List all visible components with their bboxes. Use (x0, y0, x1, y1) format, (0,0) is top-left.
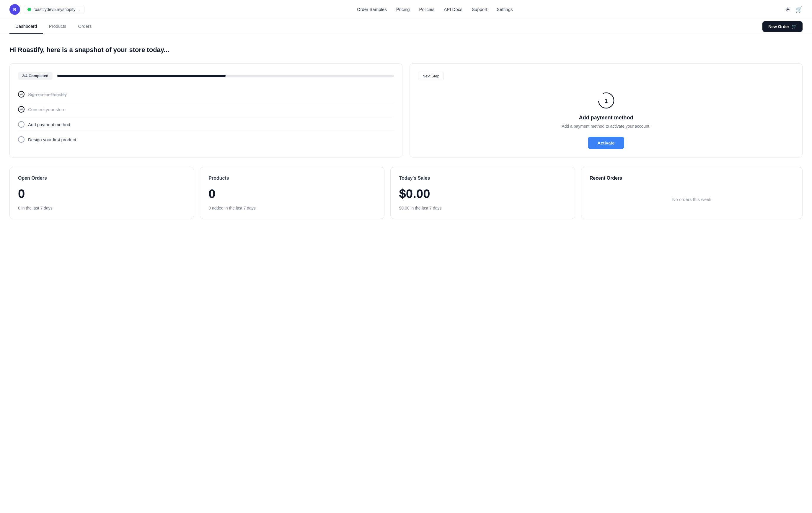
payment-method-icon: 1 (598, 92, 614, 109)
new-order-label: New Order (768, 24, 789, 29)
stat-value-todays-sales: $0.00 (399, 187, 566, 201)
checklist-label-design: Design your first product (28, 137, 76, 142)
next-step-badge: Next Step (418, 72, 444, 80)
header-actions: ☀ 🛒 (785, 6, 803, 13)
store-status-dot (27, 8, 31, 11)
next-step-card: Next Step 1 Add payment method Add a pay… (410, 63, 803, 158)
check-icon-design (18, 136, 25, 143)
tab-orders[interactable]: Orders (72, 19, 98, 34)
chevron-down-icon: ⌄ (78, 7, 81, 11)
nav-settings[interactable]: Settings (497, 7, 513, 12)
checklist-label-payment: Add payment method (28, 122, 70, 127)
next-step-description: Add a payment method to activate your ac… (561, 124, 650, 129)
stat-card-products: Products 0 0 added in the last 7 days (200, 167, 384, 219)
stats-row: Open Orders 0 0 in the last 7 days Produ… (9, 167, 803, 219)
stat-sub-products: 0 added in the last 7 days (208, 206, 376, 210)
completed-badge: 2/4 Completed (18, 72, 53, 80)
checklist-item-design: Design your first product (18, 132, 394, 147)
main-content: Hi Roastify, here is a snapshot of your … (0, 34, 812, 231)
greeting-text: Hi Roastify, here is a snapshot of your … (9, 46, 803, 54)
next-step-title: Add payment method (579, 115, 633, 121)
new-order-button[interactable]: New Order 🛒 (762, 21, 803, 32)
check-icon-connect (18, 106, 25, 113)
nav-policies[interactable]: Policies (419, 7, 435, 12)
stat-title-todays-sales: Today's Sales (399, 176, 566, 181)
avatar: R (9, 4, 20, 15)
recent-orders-title: Recent Orders (590, 176, 794, 181)
stat-sub-todays-sales: $0.00 in the last 7 days (399, 206, 566, 210)
stat-sub-open-orders: 0 in the last 7 days (18, 206, 185, 210)
new-order-cart-icon: 🛒 (792, 24, 796, 29)
store-name: roastifydev5.myshopify (33, 7, 75, 12)
nav-api-docs[interactable]: API Docs (444, 7, 462, 12)
tabs-bar: Dashboard Products Orders New Order 🛒 (0, 19, 812, 34)
header-nav: Order Samples Pricing Policies API Docs … (357, 7, 513, 12)
tab-products[interactable]: Products (43, 19, 72, 34)
store-selector[interactable]: roastifydev5.myshopify ⌄ (24, 5, 84, 14)
progress-bar-container (57, 75, 394, 77)
checklist-item-payment: Add payment method (18, 117, 394, 132)
tabs: Dashboard Products Orders (9, 19, 97, 34)
tab-dashboard[interactable]: Dashboard (9, 19, 43, 34)
checklist-label-connect: Connect your store (28, 107, 65, 112)
checklist-label-signup: Sign up for Roastify (28, 92, 67, 97)
stat-title-products: Products (208, 176, 376, 181)
nav-support[interactable]: Support (472, 7, 488, 12)
stat-card-open-orders: Open Orders 0 0 in the last 7 days (9, 167, 194, 219)
cart-button[interactable]: 🛒 (795, 6, 803, 13)
progress-bar-fill (57, 75, 226, 77)
check-icon-signup (18, 91, 25, 98)
stat-title-open-orders: Open Orders (18, 176, 185, 181)
checklist-item-connect: Connect your store (18, 102, 394, 117)
recent-orders-card: Recent Orders No orders this week (581, 167, 803, 219)
header: R roastifydev5.myshopify ⌄ Order Samples… (0, 0, 812, 19)
setup-row: 2/4 Completed Sign up for Roastify Conne… (9, 63, 803, 158)
check-icon-payment (18, 121, 25, 128)
activate-button[interactable]: Activate (588, 137, 624, 149)
stat-value-products: 0 (208, 187, 376, 201)
setup-checklist-card: 2/4 Completed Sign up for Roastify Conne… (9, 63, 402, 158)
stat-card-todays-sales: Today's Sales $0.00 $0.00 in the last 7 … (390, 167, 575, 219)
header-left: R roastifydev5.myshopify ⌄ (9, 4, 84, 15)
theme-toggle-button[interactable]: ☀ (785, 6, 790, 13)
progress-header: 2/4 Completed (18, 72, 394, 80)
checklist-item-signup: Sign up for Roastify (18, 87, 394, 102)
stat-value-open-orders: 0 (18, 187, 185, 201)
nav-order-samples[interactable]: Order Samples (357, 7, 387, 12)
svg-text:1: 1 (604, 98, 607, 104)
no-orders-label: No orders this week (590, 188, 794, 210)
nav-pricing[interactable]: Pricing (396, 7, 410, 12)
